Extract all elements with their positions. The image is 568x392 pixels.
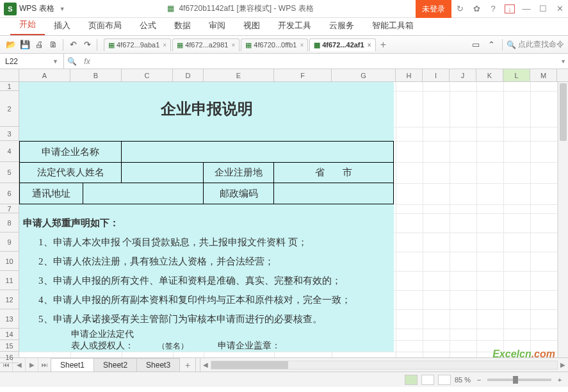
cells-area[interactable]: 企业申报说明 申请企业名称 法定代表人姓名 企业注册地 省 市 通讯地址 <box>19 82 568 357</box>
col-header-D[interactable]: D <box>173 69 204 81</box>
tab-close-icon[interactable]: × <box>231 42 235 49</box>
tab-split-handle[interactable] <box>195 358 200 372</box>
input-company-name[interactable] <box>122 141 394 162</box>
row-header-11[interactable]: 11 <box>0 271 19 290</box>
row-header-8[interactable]: 8 <box>0 213 19 233</box>
col-header-B[interactable]: B <box>70 69 122 81</box>
tab-close-icon[interactable]: × <box>300 42 304 49</box>
zoom-knob[interactable] <box>513 376 518 384</box>
minimize-button[interactable]: — <box>518 0 535 18</box>
preview-icon[interactable]: 🗎 <box>46 38 60 52</box>
name-dropdown-icon[interactable]: ▼ <box>53 58 58 65</box>
doc-tab-4[interactable]: ▦4f672...42af1× <box>309 38 375 51</box>
col-header-H[interactable]: H <box>396 69 423 81</box>
horizontal-scrollbar[interactable]: ◀ ▶ <box>200 358 568 372</box>
input-address[interactable] <box>83 183 204 204</box>
row-header-3[interactable]: 3 <box>0 127 19 141</box>
tab-dev-tools[interactable]: 开发工具 <box>269 16 320 35</box>
tab-close-icon[interactable]: × <box>163 42 166 49</box>
settings-icon[interactable]: ✿ <box>468 0 485 18</box>
help-icon[interactable]: ? <box>485 0 501 18</box>
tab-insert[interactable]: 插入 <box>45 16 79 35</box>
view-break-icon[interactable] <box>438 375 451 385</box>
open-icon[interactable]: 📂 <box>4 38 18 52</box>
hscroll-thumb[interactable] <box>211 361 288 369</box>
tab-data[interactable]: 数据 <box>165 16 200 35</box>
tab-cloud[interactable]: 云服务 <box>320 16 363 35</box>
doc-tab-2[interactable]: ▦4f672...a2981× <box>172 38 239 51</box>
tab-review[interactable]: 审阅 <box>200 16 234 35</box>
undo-icon[interactable]: ↶ <box>66 38 80 52</box>
zoom-in-button[interactable]: + <box>555 376 564 384</box>
fx-icon[interactable]: fx <box>79 57 95 66</box>
sheet-tab-3[interactable]: Sheet3 <box>136 358 180 372</box>
maximize-button[interactable]: ☐ <box>535 0 551 18</box>
doc-tab-3[interactable]: ▦4f6720...0ffb1× <box>241 38 308 51</box>
row-header-12[interactable]: 12 <box>0 290 19 309</box>
row-header-13[interactable]: 13 <box>0 309 19 329</box>
redo-icon[interactable]: ↷ <box>80 38 94 52</box>
pin-icon[interactable]: ↓ <box>501 0 518 18</box>
row-header-4[interactable]: 4 <box>0 141 19 162</box>
col-header-L[interactable]: L <box>503 69 530 81</box>
row-header-6[interactable]: 6 <box>0 183 19 204</box>
zoom-slider[interactable] <box>487 379 551 381</box>
formula-input[interactable] <box>95 54 558 69</box>
row-header-10[interactable]: 10 <box>0 252 19 271</box>
hscroll-track[interactable] <box>211 361 558 370</box>
col-header-I[interactable]: I <box>423 69 450 81</box>
vertical-scrollbar[interactable] <box>558 82 568 357</box>
scroll-left-icon[interactable]: ◀ <box>200 361 211 368</box>
input-legal-rep[interactable] <box>122 162 204 183</box>
nav-next-icon[interactable]: ▶ <box>26 358 38 372</box>
view-normal-icon[interactable] <box>405 375 418 385</box>
tab-close-icon[interactable]: × <box>368 42 371 49</box>
sheet-tab-2[interactable]: Sheet2 <box>93 358 137 372</box>
tab-view[interactable]: 视图 <box>234 16 269 35</box>
close-button[interactable]: ✕ <box>551 0 568 18</box>
fx-search-icon[interactable]: 🔍 <box>64 57 79 66</box>
view-page-icon[interactable] <box>421 375 434 385</box>
col-header-G[interactable]: G <box>332 69 396 81</box>
row-header-2[interactable]: 2 <box>0 91 19 127</box>
scrollbar-thumb[interactable] <box>560 83 567 141</box>
zoom-label[interactable]: 85 % <box>455 376 471 384</box>
command-search[interactable]: 🔍 点此查找命令 <box>507 39 564 50</box>
input-postcode[interactable] <box>274 183 394 204</box>
collapse-ribbon-icon[interactable]: ⌃ <box>484 38 498 52</box>
tab-formula[interactable]: 公式 <box>131 16 165 35</box>
col-header-E[interactable]: E <box>204 69 274 81</box>
doc-tab-1[interactable]: ▦4f672...9aba1× <box>104 38 171 51</box>
login-button[interactable]: 未登录 <box>416 0 451 18</box>
tab-page-layout[interactable]: 页面布局 <box>79 16 131 35</box>
row-header-7[interactable]: 7 <box>0 204 19 213</box>
col-header-A[interactable]: A <box>19 69 70 81</box>
select-all-corner[interactable] <box>0 69 19 82</box>
print-icon[interactable]: 🖨 <box>32 38 46 52</box>
sheet-tab-1[interactable]: Sheet1 <box>51 358 94 372</box>
row-header-5[interactable]: 5 <box>0 162 19 183</box>
row-header-14[interactable]: 14 <box>0 329 19 340</box>
nav-last-icon[interactable]: ⏭ <box>38 358 51 372</box>
col-header-J[interactable]: J <box>450 69 476 81</box>
col-header-C[interactable]: C <box>122 69 173 81</box>
scroll-right-icon[interactable]: ▶ <box>558 361 568 368</box>
new-tab-button[interactable]: + <box>377 39 390 51</box>
name-box[interactable]: L22 ▼ <box>0 54 64 69</box>
col-header-F[interactable]: F <box>274 69 332 81</box>
row-header-9[interactable]: 9 <box>0 233 19 252</box>
col-header-M[interactable]: M <box>530 69 557 81</box>
zoom-out-button[interactable]: − <box>475 376 483 384</box>
save-icon[interactable]: 💾 <box>18 38 32 52</box>
row-header-15[interactable]: 15 <box>0 340 19 352</box>
toggle-panel-icon[interactable]: ▭ <box>469 38 483 52</box>
expand-formula-icon[interactable]: ▾ <box>558 58 568 65</box>
tab-smart-tools[interactable]: 智能工具箱 <box>363 16 423 35</box>
tab-start[interactable]: 开始 <box>10 15 45 35</box>
col-header-K[interactable]: K <box>476 69 503 81</box>
add-sheet-button[interactable]: + <box>180 358 195 372</box>
row-header-1[interactable]: 1 <box>0 82 19 91</box>
sync-icon[interactable]: ↻ <box>451 0 468 18</box>
row-header-16[interactable]: 16 <box>0 352 19 363</box>
input-register-addr[interactable]: 省 市 <box>274 162 394 183</box>
